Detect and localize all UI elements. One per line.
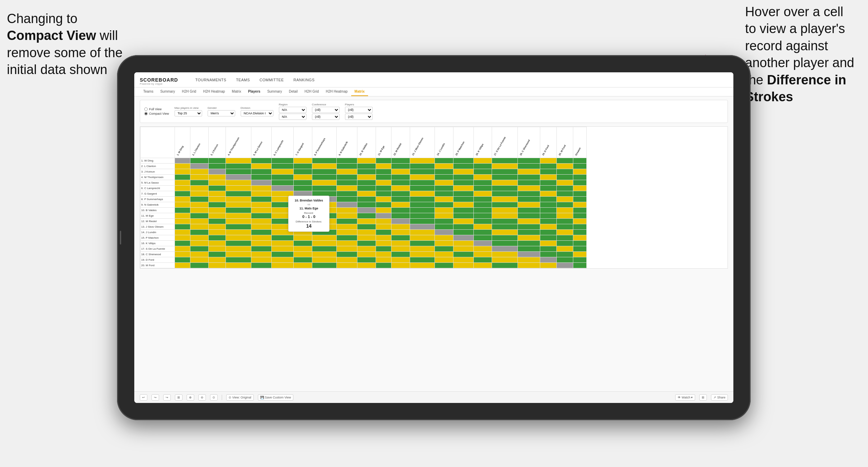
matrix-cell[interactable]	[226, 235, 251, 241]
matrix-cell[interactable]	[208, 180, 226, 186]
matrix-cell[interactable]	[540, 241, 556, 246]
matrix-cell[interactable]	[226, 164, 251, 169]
matrix-cell[interactable]	[293, 241, 312, 246]
matrix-cell[interactable]	[251, 252, 271, 257]
matrix-cell[interactable]	[208, 224, 226, 230]
matrix-cell[interactable]	[208, 219, 226, 224]
matrix-cell[interactable]	[391, 208, 410, 213]
matrix-cell[interactable]	[312, 246, 336, 252]
matrix-cell[interactable]	[357, 208, 376, 213]
matrix-cell[interactable]	[226, 158, 251, 164]
matrix-cell[interactable]	[251, 263, 271, 268]
matrix-cell[interactable]	[474, 246, 492, 252]
matrix-cell[interactable]	[517, 241, 540, 246]
matrix-cell[interactable]	[208, 186, 226, 191]
matrix-cell[interactable]	[391, 246, 410, 252]
matrix-cell[interactable]	[517, 191, 540, 197]
matrix-cell[interactable]	[517, 208, 540, 213]
matrix-cell[interactable]	[226, 169, 251, 175]
matrix-cell[interactable]	[357, 180, 376, 186]
sub-tab-matrix2[interactable]: Matrix	[351, 87, 368, 96]
matrix-cell[interactable]	[410, 197, 435, 202]
matrix-cell[interactable]	[272, 257, 294, 263]
matrix-cell[interactable]	[410, 186, 435, 191]
matrix-cell[interactable]	[251, 241, 271, 246]
matrix-cell[interactable]	[251, 158, 271, 164]
matrix-cell[interactable]	[357, 164, 376, 169]
matrix-cell[interactable]	[540, 202, 556, 208]
matrix-cell[interactable]	[376, 257, 391, 263]
nav-teams[interactable]: TEAMS	[236, 78, 250, 85]
matrix-cell[interactable]	[376, 208, 391, 213]
matrix-cell[interactable]	[573, 208, 586, 213]
matrix-cell[interactable]	[175, 224, 190, 230]
matrix-cell[interactable]	[573, 246, 586, 252]
zoom-in-button[interactable]: ⊕	[187, 394, 194, 401]
matrix-cell[interactable]	[226, 230, 251, 235]
matrix-cell[interactable]	[453, 186, 474, 191]
matrix-cell[interactable]	[312, 164, 336, 169]
matrix-cell[interactable]	[190, 208, 208, 213]
matrix-cell[interactable]	[175, 202, 190, 208]
matrix-cell[interactable]	[251, 164, 271, 169]
matrix-cell[interactable]	[492, 252, 517, 257]
matrix-cell[interactable]	[474, 241, 492, 246]
matrix-cell[interactable]	[337, 175, 357, 180]
matrix-cell[interactable]	[190, 186, 208, 191]
matrix-cell[interactable]	[312, 175, 336, 180]
matrix-cell[interactable]	[190, 235, 208, 241]
matrix-cell[interactable]	[376, 263, 391, 268]
matrix-cell[interactable]	[376, 230, 391, 235]
matrix-cell[interactable]	[453, 164, 474, 169]
matrix-cell[interactable]	[357, 197, 376, 202]
matrix-cell[interactable]	[376, 158, 391, 164]
matrix-cell[interactable]	[453, 263, 474, 268]
matrix-cell[interactable]	[376, 186, 391, 191]
matrix-cell[interactable]	[517, 252, 540, 257]
matrix-cell[interactable]	[175, 208, 190, 213]
matrix-cell[interactable]	[556, 246, 573, 252]
matrix-cell[interactable]	[391, 241, 410, 246]
matrix-cell[interactable]	[573, 180, 586, 186]
matrix-cell[interactable]	[208, 213, 226, 219]
matrix-cell[interactable]	[474, 213, 492, 219]
matrix-cell[interactable]	[251, 246, 271, 252]
matrix-cell[interactable]	[492, 191, 517, 197]
matrix-cell[interactable]	[272, 180, 294, 186]
matrix-cell[interactable]	[251, 191, 271, 197]
matrix-cell[interactable]	[410, 208, 435, 213]
matrix-cell[interactable]	[312, 235, 336, 241]
matrix-cell[interactable]	[226, 213, 251, 219]
matrix-cell[interactable]	[376, 224, 391, 230]
matrix-cell[interactable]	[312, 158, 336, 164]
matrix-cell[interactable]	[453, 224, 474, 230]
radio-compact-view[interactable]: Compact View	[144, 112, 169, 115]
matrix-cell[interactable]	[573, 191, 586, 197]
matrix-cell[interactable]	[175, 169, 190, 175]
matrix-cell[interactable]	[391, 257, 410, 263]
matrix-cell[interactable]	[453, 246, 474, 252]
matrix-cell[interactable]	[492, 197, 517, 202]
sub-tab-detail[interactable]: Detail	[285, 87, 301, 96]
matrix-cell[interactable]	[208, 197, 226, 202]
matrix-cell[interactable]	[337, 246, 357, 252]
matrix-cell[interactable]	[190, 213, 208, 219]
matrix-cell[interactable]	[226, 241, 251, 246]
matrix-cell[interactable]	[190, 158, 208, 164]
matrix-cell[interactable]	[337, 186, 357, 191]
matrix-cell[interactable]	[226, 191, 251, 197]
matrix-cell[interactable]	[208, 257, 226, 263]
matrix-cell[interactable]	[474, 235, 492, 241]
matrix-cell[interactable]	[337, 158, 357, 164]
matrix-cell[interactable]	[226, 246, 251, 252]
matrix-cell[interactable]	[474, 257, 492, 263]
matrix-cell[interactable]	[556, 257, 573, 263]
conference-select1[interactable]: (All)	[312, 107, 339, 113]
matrix-cell[interactable]	[556, 180, 573, 186]
matrix-cell[interactable]	[556, 164, 573, 169]
matrix-cell[interactable]	[175, 230, 190, 235]
matrix-cell[interactable]	[272, 158, 294, 164]
matrix-cell[interactable]	[293, 263, 312, 268]
matrix-cell[interactable]	[435, 257, 453, 263]
matrix-cell[interactable]	[573, 197, 586, 202]
